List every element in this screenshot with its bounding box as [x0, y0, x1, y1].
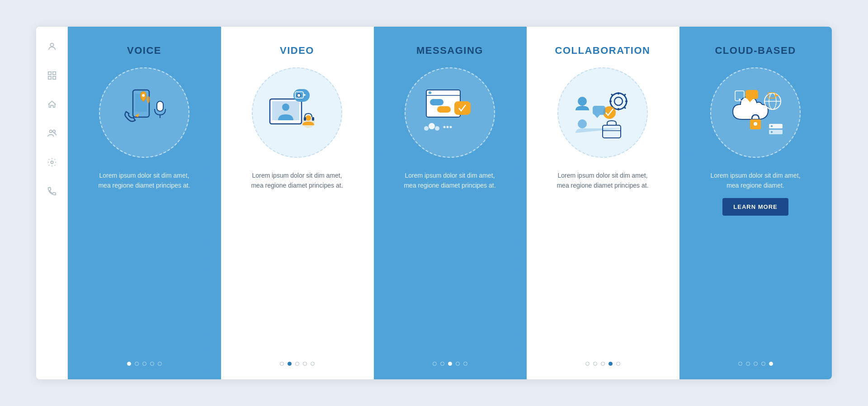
- learn-more-button[interactable]: LEARN MORE: [722, 198, 788, 216]
- dot-2: [746, 362, 750, 366]
- dot-2: [135, 362, 139, 366]
- svg-point-57: [771, 131, 773, 133]
- dot-5: [158, 362, 162, 366]
- cloud-based-desc: Lorem ipsum dolor sit dim amet, mea regi…: [708, 170, 803, 191]
- voice-dots: [127, 351, 162, 366]
- svg-point-7: [51, 161, 53, 164]
- svg-point-34: [447, 126, 449, 128]
- cloud-based-illustration: [710, 67, 801, 158]
- dot-5: [311, 362, 315, 366]
- dot-5: [463, 362, 467, 366]
- svg-point-17: [297, 94, 301, 97]
- svg-marker-44: [594, 115, 600, 118]
- sidebar: [36, 27, 68, 379]
- svg-point-51: [739, 99, 741, 100]
- svg-point-6: [52, 130, 55, 133]
- chevron-4: »: [684, 149, 689, 158]
- video-desc: Lorem ipsum dolor sit dim amet, mea regi…: [250, 170, 344, 191]
- grid-icon[interactable]: [46, 69, 58, 82]
- cloud-based-dots: [738, 351, 773, 366]
- svg-point-37: [578, 119, 587, 128]
- svg-point-46: [754, 122, 757, 126]
- svg-point-26: [429, 91, 431, 94]
- cards-container: VOICE: [68, 27, 832, 379]
- svg-rect-11: [157, 101, 163, 111]
- dot-3: [601, 362, 605, 366]
- svg-point-33: [443, 126, 446, 128]
- dot-3: [754, 362, 758, 366]
- dot-1: [280, 362, 284, 366]
- collaboration-title: COLLABORATION: [555, 45, 651, 57]
- dot-4: [150, 362, 154, 366]
- svg-point-15: [282, 104, 289, 111]
- dot-1: [738, 362, 742, 366]
- svg-rect-4: [52, 76, 55, 79]
- voice-illustration: [99, 67, 189, 158]
- svg-rect-2: [52, 72, 55, 75]
- svg-point-36: [578, 97, 587, 106]
- video-illustration: [252, 67, 342, 158]
- svg-rect-43: [593, 106, 605, 115]
- dot-1: [433, 362, 437, 366]
- svg-rect-23: [312, 117, 314, 121]
- collaboration-dots: [585, 351, 620, 366]
- dot-4: [609, 362, 613, 366]
- dot-5: [769, 362, 773, 366]
- svg-rect-22: [304, 117, 306, 121]
- svg-point-31: [424, 126, 429, 131]
- settings-icon[interactable]: [46, 156, 58, 169]
- user-icon[interactable]: [46, 40, 58, 53]
- dot-2: [440, 362, 444, 366]
- svg-point-5: [49, 130, 52, 133]
- cloud-based-card: CLOUD-BASED: [679, 27, 832, 379]
- dot-4: [456, 362, 460, 366]
- dot-5: [616, 362, 620, 366]
- svg-rect-28: [437, 106, 451, 113]
- dot-3: [448, 362, 452, 366]
- dot-3: [142, 362, 146, 366]
- video-dots: [280, 351, 315, 366]
- messaging-desc: Lorem ipsum dolor sit dim amet, mea regi…: [402, 170, 497, 191]
- svg-rect-41: [603, 125, 621, 138]
- voice-title: VOICE: [127, 45, 161, 57]
- svg-point-39: [614, 97, 623, 105]
- collaboration-desc: Lorem ipsum dolor sit dim amet, mea regi…: [555, 170, 650, 191]
- dot-1: [585, 362, 590, 366]
- dot-2: [288, 362, 292, 366]
- svg-point-56: [771, 125, 773, 127]
- home-icon[interactable]: [46, 98, 58, 111]
- messaging-card: MESSAGING: [373, 27, 526, 379]
- svg-rect-1: [48, 72, 51, 75]
- phone-icon[interactable]: [46, 185, 58, 198]
- voice-desc: Lorem ipsum dolor sit dim amet, mea regi…: [97, 170, 192, 191]
- dot-4: [761, 362, 765, 366]
- svg-point-0: [50, 43, 53, 47]
- cloud-based-title: CLOUD-BASED: [715, 45, 796, 57]
- svg-rect-52: [745, 90, 758, 99]
- svg-rect-27: [430, 99, 443, 105]
- svg-rect-3: [48, 76, 51, 79]
- svg-point-32: [435, 126, 439, 131]
- voice-card: VOICE: [68, 27, 221, 379]
- chevron-1: »: [226, 149, 231, 158]
- video-title: VIDEO: [280, 45, 314, 57]
- chevron-3: »: [532, 149, 536, 158]
- chevron-2: »: [379, 149, 383, 158]
- svg-point-21: [306, 115, 311, 121]
- video-card: VIDEO: [221, 27, 373, 379]
- svg-point-30: [429, 123, 435, 129]
- dot-1: [127, 362, 131, 366]
- messaging-illustration: [405, 67, 495, 158]
- collaboration-card: COLLABORATION: [526, 27, 679, 379]
- svg-point-35: [450, 126, 452, 128]
- dot-3: [295, 362, 299, 366]
- dot-4: [303, 362, 307, 366]
- collaboration-illustration: [557, 67, 648, 158]
- svg-point-10: [142, 94, 145, 97]
- messaging-title: MESSAGING: [416, 45, 483, 57]
- app-container: VOICE: [36, 27, 832, 379]
- svg-rect-29: [454, 101, 471, 115]
- dot-2: [593, 362, 597, 366]
- svg-rect-16: [293, 89, 310, 102]
- people-icon[interactable]: [46, 127, 58, 140]
